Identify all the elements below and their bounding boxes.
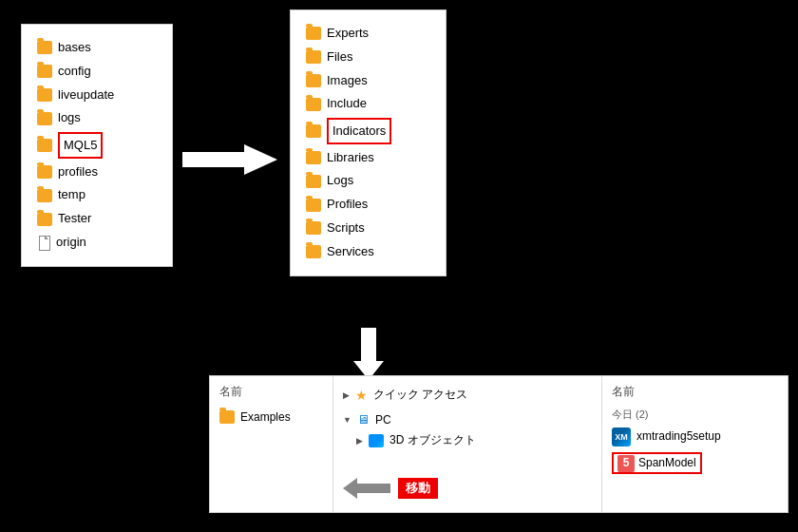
folder-label: Profiles xyxy=(327,195,368,215)
folder-icon xyxy=(37,88,52,102)
quick-access-label: クイック アクセス xyxy=(373,387,467,403)
list-item: profiles xyxy=(37,161,157,184)
folder-icon xyxy=(306,98,321,111)
list-item: Images xyxy=(306,69,430,93)
list-item: liveupdate xyxy=(37,84,157,107)
list-item: Profiles xyxy=(306,193,430,217)
move-section: 移動 xyxy=(343,478,438,499)
move-badge: 移動 xyxy=(398,478,438,499)
folder-icon xyxy=(306,124,321,138)
folder-label: Services xyxy=(327,242,374,262)
folder-icon xyxy=(37,139,52,152)
panel3-col1: 名前 Examples xyxy=(210,376,333,512)
panel-explorer: 名前 Examples ▶ ★ クイック アクセス ▼ 🖥 PC ▶ 3D オブ… xyxy=(209,375,788,513)
folder-label: liveupdate xyxy=(58,86,114,105)
threed-row: ▶ 3D オブジェクト xyxy=(343,429,592,451)
folder-icon xyxy=(306,175,321,188)
folder-icon xyxy=(306,27,321,40)
folder-icon xyxy=(37,189,52,202)
folder-label: profiles xyxy=(58,162,98,182)
threed-label: 3D オブジェクト xyxy=(390,432,476,448)
list-item: Scripts xyxy=(306,217,430,240)
spanmodel-label: SpanModel xyxy=(638,454,696,472)
pc-label: PC xyxy=(375,413,391,427)
list-item: Logs xyxy=(306,169,430,193)
arrow-left-icon xyxy=(343,478,390,499)
folder-label: Logs xyxy=(327,171,353,191)
folder-label: temp xyxy=(58,185,86,205)
quick-access-row: ▶ ★ クイック アクセス xyxy=(343,384,592,406)
folder-icon xyxy=(219,410,235,424)
folder-label: Files xyxy=(327,48,352,67)
star-icon: ★ xyxy=(355,388,368,403)
folder-icon xyxy=(306,221,321,235)
svg-marker-0 xyxy=(182,144,277,175)
xmtrading-label: xmtrading5setup xyxy=(636,428,721,446)
spanmodel-icon: 5 xyxy=(618,455,635,472)
list-item: temp xyxy=(37,183,157,207)
folder-label-highlighted: MQL5 xyxy=(58,132,103,158)
folder-label: Include xyxy=(327,94,367,114)
folder-label: Experts xyxy=(327,24,369,44)
folder-icon xyxy=(306,74,321,87)
pc-row: ▼ 🖥 PC xyxy=(343,409,592,429)
indicators-item[interactable]: Indicators xyxy=(306,116,430,145)
panel3-col2: ▶ ★ クイック アクセス ▼ 🖥 PC ▶ 3D オブジェクト 移動 xyxy=(333,376,602,512)
file-icon xyxy=(37,235,50,250)
list-item: Libraries xyxy=(306,146,430,170)
list-item: logs xyxy=(37,106,157,130)
folder-label: Tester xyxy=(58,209,91,229)
panel-mql5-contents: Experts Files Images Include Indicators … xyxy=(290,10,446,276)
folder-icon xyxy=(306,245,321,258)
chevron-icon: ▶ xyxy=(356,436,363,446)
panel-mql5-parent: bases config liveupdate logs MQL5 profil… xyxy=(21,24,173,267)
folder-icon xyxy=(37,41,52,54)
chevron-icon: ▼ xyxy=(343,415,352,425)
svg-marker-1 xyxy=(353,328,384,380)
folder-label: origin xyxy=(56,233,86,253)
xm-app-icon: XM xyxy=(612,428,631,446)
xmtrading-row: XM xmtrading5setup xyxy=(612,426,778,448)
folder-label: logs xyxy=(58,108,81,128)
today-label: 今日 (2) xyxy=(612,408,778,422)
list-item: Tester xyxy=(37,207,157,231)
mql5-item[interactable]: MQL5 xyxy=(37,130,157,160)
folder-label: Libraries xyxy=(327,148,374,168)
examples-row: Examples xyxy=(219,408,323,427)
list-item: Include xyxy=(306,92,430,116)
col1-header: 名前 xyxy=(219,384,323,400)
list-item: Experts xyxy=(306,22,430,46)
folder-label: Images xyxy=(327,71,368,91)
arrow-right-icon xyxy=(182,141,277,179)
folder-icon xyxy=(37,112,52,125)
folder-icon xyxy=(37,213,52,226)
folder-label: config xyxy=(58,62,91,82)
folder-icon xyxy=(37,165,52,179)
folder-label: Scripts xyxy=(327,218,365,238)
folder-label: bases xyxy=(58,38,91,58)
list-item: Services xyxy=(306,240,430,264)
folder-icon xyxy=(37,65,52,78)
list-item: Files xyxy=(306,46,430,69)
spanmodel-row[interactable]: 5 SpanModel xyxy=(612,452,702,474)
list-item: config xyxy=(37,60,157,84)
list-item: bases xyxy=(37,36,157,60)
monitor-icon: 🖥 xyxy=(357,412,370,427)
threed-icon xyxy=(369,434,384,447)
folder-icon xyxy=(306,151,321,164)
arrow-down-icon xyxy=(350,328,388,380)
examples-label: Examples xyxy=(240,410,291,424)
col3-header: 名前 xyxy=(612,384,778,400)
list-item: origin xyxy=(37,231,157,255)
svg-marker-2 xyxy=(343,478,390,499)
folder-icon xyxy=(306,199,321,212)
chevron-icon: ▶ xyxy=(343,390,350,400)
folder-label-highlighted: Indicators xyxy=(327,118,391,143)
panel3-col3: 名前 今日 (2) XM xmtrading5setup 5 SpanModel xyxy=(602,376,788,512)
folder-icon xyxy=(306,50,321,64)
